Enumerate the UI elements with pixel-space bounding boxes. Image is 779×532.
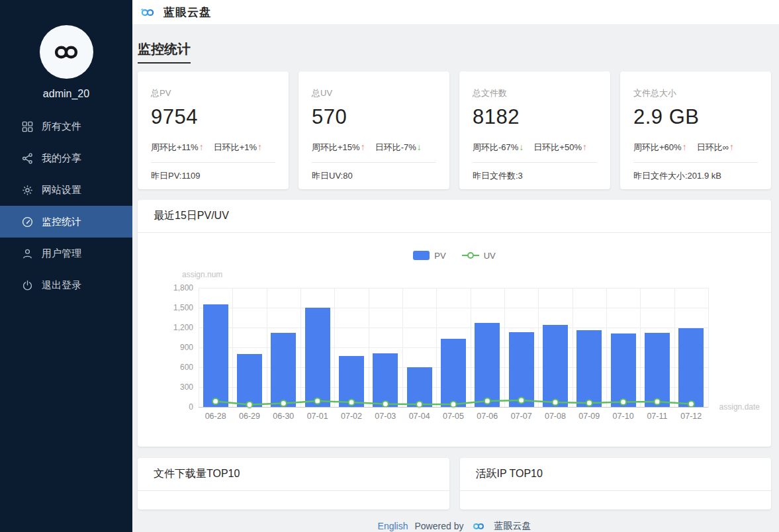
- avatar: [40, 25, 93, 79]
- infinity-logo-icon: [48, 42, 85, 63]
- username: admin_20: [43, 88, 89, 100]
- language-link[interactable]: English: [378, 521, 408, 531]
- chart-plot-area: [199, 288, 708, 407]
- stat-card-trends: 周环比+15%↑日环比-7%↓: [312, 142, 436, 154]
- trend-item: 日环比+50%↑: [533, 142, 587, 154]
- stat-card-value: 570: [312, 105, 436, 129]
- y-tick-label: 1,500: [138, 302, 193, 313]
- brand[interactable]: 蓝眼云盘: [138, 5, 211, 20]
- legend-bar-swatch-icon: [413, 251, 430, 260]
- stat-card-label: 文件总大小: [633, 87, 758, 99]
- stat-card-value: 2.9 GB: [633, 105, 758, 129]
- x-axis-name: assign.date: [719, 402, 760, 412]
- x-tick-label: 07-02: [334, 412, 368, 421]
- uv-data-point: [349, 400, 355, 406]
- legend-line-dot: [467, 252, 474, 259]
- uv-data-point: [314, 398, 320, 404]
- trend-item: 周环比+15%↑: [312, 142, 365, 154]
- x-tick-label: 07-05: [436, 412, 470, 421]
- trend-item: 周环比-67%↓: [473, 142, 524, 154]
- stat-card-footer: 昨日文件数:3: [473, 163, 597, 189]
- sidebar-item-label: 用户管理: [42, 247, 81, 260]
- trend-item: 周环比+11%↑: [151, 142, 204, 154]
- uv-data-point: [518, 398, 524, 404]
- sidebar-item-monitor-stats[interactable]: 监控统计: [0, 206, 132, 238]
- v-gridline: [708, 288, 709, 407]
- stat-card-trends: 周环比+60%↑日环比∞↑: [633, 142, 758, 154]
- stat-card-label: 总PV: [151, 87, 275, 99]
- sidebar-item-logout[interactable]: 退出登录: [0, 269, 132, 301]
- trend-item: 日环比+1%↑: [214, 142, 262, 154]
- uv-data-point: [586, 400, 592, 406]
- files-grid-icon: [22, 121, 33, 132]
- stat-card-trends: 周环比-67%↓日环比+50%↑: [473, 142, 597, 154]
- trend-item: 周环比+60%↑: [633, 142, 687, 154]
- bottom-card-1: 活跃IP TOP10: [460, 458, 772, 510]
- y-tick-label: 1,800: [138, 283, 193, 293]
- y-tick-label: 300: [138, 382, 193, 392]
- sidebar-item-my-shares[interactable]: 我的分享: [0, 142, 132, 174]
- x-tick-label: 07-12: [674, 412, 708, 421]
- sidebar-item-site-settings[interactable]: 网站设置: [0, 174, 132, 206]
- x-tick-label: 07-04: [402, 412, 436, 421]
- uv-data-point: [484, 398, 490, 404]
- trend-up-arrow-icon: ↑: [682, 142, 687, 152]
- trend-item: 日环比∞↑: [697, 142, 734, 154]
- stat-card-1: 总UV570周环比+15%↑日环比-7%↓昨日UV:80: [298, 71, 449, 189]
- x-tick-label: 07-09: [573, 412, 606, 421]
- uv-data-point: [688, 401, 694, 407]
- x-tick-label: 06-30: [267, 412, 300, 421]
- brand-name: 蓝眼云盘: [163, 5, 211, 20]
- sidebar-item-label: 所有文件: [42, 120, 81, 133]
- main-area: 蓝眼云盘 监控统计 总PV9754周环比+11%↑日环比+1%↑昨日PV:110…: [132, 0, 779, 532]
- sidebar: admin_20 所有文件我的分享网站设置监控统计用户管理退出登录: [0, 0, 132, 532]
- legend-label: UV: [484, 251, 496, 261]
- uv-data-point: [383, 401, 389, 407]
- bottom-card-title: 文件下载量TOP10: [138, 458, 449, 491]
- gear-icon: [22, 185, 33, 196]
- sidebar-menu: 所有文件我的分享网站设置监控统计用户管理退出登录: [0, 111, 132, 301]
- page-title: 监控统计: [138, 40, 191, 64]
- x-tick-label: 07-01: [300, 412, 334, 421]
- stat-card-footer: 昨日UV:80: [312, 163, 436, 189]
- trend-up-arrow-icon: ↑: [361, 142, 365, 152]
- stat-card-2: 总文件数8182周环比-67%↓日环比+50%↑昨日文件数:3: [459, 71, 610, 189]
- trend-up-arrow-icon: ↑: [257, 142, 262, 152]
- footer: English Powered by 蓝眼云盘: [138, 520, 771, 532]
- y-tick-label: 1,200: [138, 322, 193, 333]
- stat-card-value: 9754: [151, 105, 275, 129]
- legend-label: PV: [434, 251, 445, 261]
- uv-data-point: [655, 399, 661, 405]
- sidebar-item-label: 监控统计: [42, 216, 81, 228]
- sidebar-item-all-files[interactable]: 所有文件: [0, 111, 132, 142]
- sidebar-item-label: 网站设置: [42, 184, 81, 197]
- sidebar-item-user-management[interactable]: 用户管理: [0, 238, 132, 269]
- powered-by-text: Powered by: [414, 521, 463, 531]
- share-icon: [22, 153, 33, 164]
- uv-data-point: [620, 399, 626, 405]
- uv-data-point: [212, 398, 218, 404]
- chart-legend: PVUV: [138, 250, 771, 261]
- legend-line-swatch-icon: [462, 251, 479, 259]
- x-tick-label: 07-06: [471, 412, 504, 421]
- bottom-card-0: 文件下载量TOP10: [138, 458, 449, 510]
- trend-down-arrow-icon: ↓: [519, 142, 524, 152]
- trend-down-arrow-icon: ↓: [417, 142, 422, 152]
- uv-line-series: [199, 288, 708, 407]
- footer-brand-link[interactable]: 蓝眼云盘: [494, 520, 531, 532]
- sidebar-item-label: 退出登录: [42, 279, 81, 292]
- trend-item: 日环比-7%↓: [375, 142, 422, 154]
- sidebar-item-label: 我的分享: [42, 152, 81, 165]
- footer-logo-icon: [470, 521, 487, 531]
- x-axis-line: [199, 407, 708, 408]
- chart-card: 最近15日PV/UV PVUV assign.num assign.date 0…: [138, 200, 771, 447]
- y-tick-label: 600: [138, 362, 193, 373]
- y-tick-label: 0: [138, 402, 193, 412]
- stat-card-footer: 昨日PV:1109: [151, 163, 275, 189]
- legend-item-pv[interactable]: PV: [413, 251, 445, 261]
- legend-item-uv[interactable]: UV: [462, 251, 496, 261]
- top-header: 蓝眼云盘: [132, 0, 779, 25]
- x-tick-label: 07-03: [369, 412, 402, 421]
- power-icon: [22, 280, 33, 291]
- pv-uv-chart: assign.num assign.date 06-2806-2906-3007…: [138, 267, 771, 433]
